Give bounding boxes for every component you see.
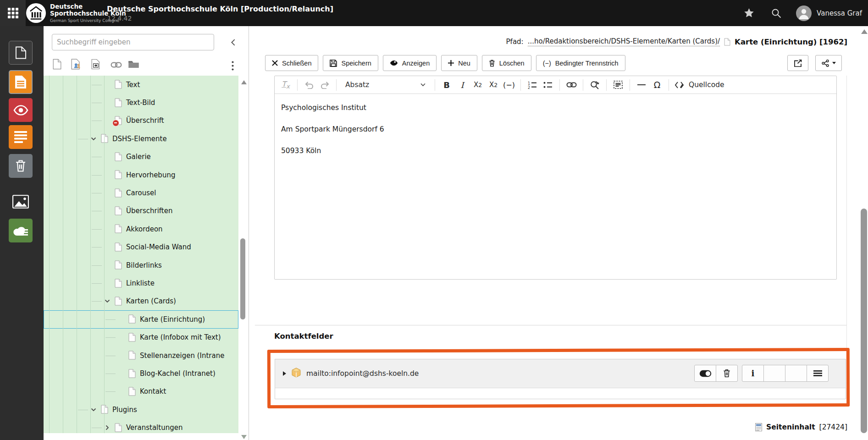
tree-item-stellenanzeigen[interactable]: Stellenanzeigen (Intrane <box>44 346 238 364</box>
tree-item-karten-cards[interactable]: Karten (Cards) <box>44 292 238 310</box>
record-toggle-group <box>694 365 738 382</box>
tree-collapse-button[interactable] <box>231 38 236 48</box>
bold-button[interactable]: B <box>439 78 454 92</box>
soft-hyphen-rte-button[interactable]: (−) <box>502 78 516 92</box>
paragraph-format-select[interactable]: Absatz <box>341 78 431 92</box>
tree-item-social-media-wand[interactable]: Social-Media Wand <box>44 238 238 256</box>
bullet-list-icon <box>543 81 553 89</box>
tree-search-input[interactable] <box>52 34 214 50</box>
tree-item-kontakt[interactable]: Kontakt <box>44 383 238 401</box>
numbered-list-button[interactable]: 12 <box>525 78 540 92</box>
tree-item-veranstaltungen[interactable]: Veranstaltungen <box>44 419 238 433</box>
tree-item-linkliste[interactable]: Linkliste <box>44 274 238 292</box>
module-view-button[interactable] <box>9 98 33 122</box>
tree-item-karte-infobox[interactable]: Karte (Infobox mit Text) <box>44 329 238 346</box>
module-filelist-button[interactable] <box>11 193 30 210</box>
module-cloud-button[interactable] <box>9 219 33 242</box>
new-folder-drag-handle[interactable] <box>128 60 139 70</box>
tree-item-blog-kachel[interactable]: Blog-Kachel (Intranet) <box>44 364 238 382</box>
page-icon <box>115 242 122 252</box>
new-button[interactable]: Neu <box>441 55 477 71</box>
module-menu-toggle-button[interactable] <box>0 0 26 26</box>
page-icon <box>128 351 136 360</box>
tree-guide-line <box>77 76 77 433</box>
module-page-button[interactable] <box>9 41 33 65</box>
tree-item-ueberschriften[interactable]: Überschriften <box>44 202 238 220</box>
save-button[interactable]: Speichern <box>323 55 378 71</box>
page-scrollbar-thumb[interactable] <box>861 209 867 433</box>
redo-button[interactable] <box>317 78 332 92</box>
superscript-button[interactable]: X2 <box>486 78 501 92</box>
tree-item-hervorhebung[interactable]: Hervorhebung <box>44 166 238 184</box>
contact-record-header[interactable]: mailto:infopoint@dshs-koeln.de i <box>275 359 846 388</box>
path-link[interactable]: ...ho/Redaktionsbereich/DSHS-Elemente/Ka… <box>528 37 720 46</box>
find-replace-button[interactable] <box>587 78 602 92</box>
tree-item-dshs-elemente[interactable]: DSHS-Elemente <box>44 130 238 148</box>
record-title[interactable]: Karte (Einrichtung) [1962] <box>735 38 847 46</box>
contact-record-title[interactable]: mailto:infopoint@dshs-koeln.de <box>306 369 419 378</box>
find-replace-icon <box>590 81 599 89</box>
page-icon <box>128 333 136 342</box>
enable-toggle-button[interactable] <box>694 365 716 382</box>
tree-item-akkordeon[interactable]: Akkordeon <box>44 220 238 238</box>
share-icon <box>822 60 829 67</box>
tree-item-plugins[interactable]: Plugins <box>44 401 238 418</box>
subscript-button[interactable]: X2 <box>470 78 485 92</box>
typo3-version: 12.4.42 <box>107 15 132 22</box>
trash-icon <box>723 369 730 378</box>
special-character-button[interactable]: Ω <box>650 78 664 92</box>
view-button-label: Anzeigen <box>402 60 430 67</box>
soft-hyphen-button[interactable]: (−) Bedingter Trennstrich <box>536 55 625 71</box>
rte-content-area[interactable]: Psychologisches Institut Am Sportpark Mü… <box>275 94 836 178</box>
select-all-button[interactable] <box>611 78 625 92</box>
tree-scroll-up-arrow[interactable] <box>241 80 247 84</box>
tree-item-bilderlinks[interactable]: Bilderlinks <box>44 256 238 274</box>
user-menu[interactable]: Vanessa Graf <box>796 6 862 21</box>
bookmark-button[interactable] <box>741 6 757 21</box>
soft-hyphen-icon: (−) <box>543 60 551 67</box>
tree-item-ueberschrift[interactable]: Überschrift <box>44 112 238 130</box>
tree-scrollbar-thumb[interactable] <box>240 238 245 319</box>
toolbar-separator <box>520 79 521 91</box>
source-code-button[interactable]: Quellcode <box>673 78 726 92</box>
info-button[interactable]: i <box>742 365 764 382</box>
tree-more-menu-button[interactable] <box>232 61 234 72</box>
rte-editor: Tx Absatz B I X2 X2 (−) 12 <box>274 76 837 280</box>
bullet-list-button[interactable] <box>541 78 555 92</box>
tree-item-galerie[interactable]: Galerie <box>44 148 238 166</box>
drag-handle-button[interactable] <box>807 365 829 382</box>
page-icon <box>724 38 730 46</box>
delete-button[interactable]: Löschen <box>482 55 531 71</box>
page-scroll-up-arrow[interactable] <box>861 29 868 34</box>
italic-button[interactable]: I <box>455 78 470 92</box>
module-list-button[interactable] <box>9 125 33 149</box>
search-button[interactable] <box>768 6 784 21</box>
open-in-new-window-button[interactable] <box>787 55 808 71</box>
remove-format-button[interactable]: Tx <box>278 78 293 92</box>
close-button[interactable]: Schließen <box>265 55 318 71</box>
new-be-user-section-drag-handle[interactable] <box>71 59 82 72</box>
tree-item-carousel[interactable]: Carousel <box>44 184 238 202</box>
new-page-drag-handle[interactable] <box>53 59 61 72</box>
tree-item-text[interactable]: Text <box>44 76 238 94</box>
view-button[interactable]: Anzeigen <box>383 55 437 71</box>
new-shortcut-page-drag-handle[interactable] <box>91 59 101 72</box>
link-button[interactable] <box>564 78 579 92</box>
tree-item-text-bild[interactable]: Text-Bild <box>44 94 238 111</box>
module-content-button-active[interactable] <box>9 70 33 94</box>
delete-record-button[interactable] <box>716 365 738 382</box>
move-down-button-disabled[interactable] <box>785 365 807 382</box>
tree-item-karte-einrichtung-selected[interactable]: Karte (Einrichtung) <box>44 310 238 328</box>
new-link-page-drag-handle[interactable] <box>111 61 122 70</box>
share-button[interactable] <box>815 55 842 71</box>
trash-icon <box>15 160 26 172</box>
expand-caret-icon[interactable] <box>283 371 286 376</box>
save-icon <box>330 60 337 67</box>
trash-icon <box>489 60 495 67</box>
toolbar-separator <box>559 79 560 91</box>
module-recycler-button[interactable] <box>9 154 33 178</box>
undo-button[interactable] <box>302 78 316 92</box>
tree-scroll-down-arrow[interactable] <box>241 435 247 439</box>
horizontal-line-button[interactable] <box>634 78 649 92</box>
move-up-button-disabled[interactable] <box>763 365 785 382</box>
